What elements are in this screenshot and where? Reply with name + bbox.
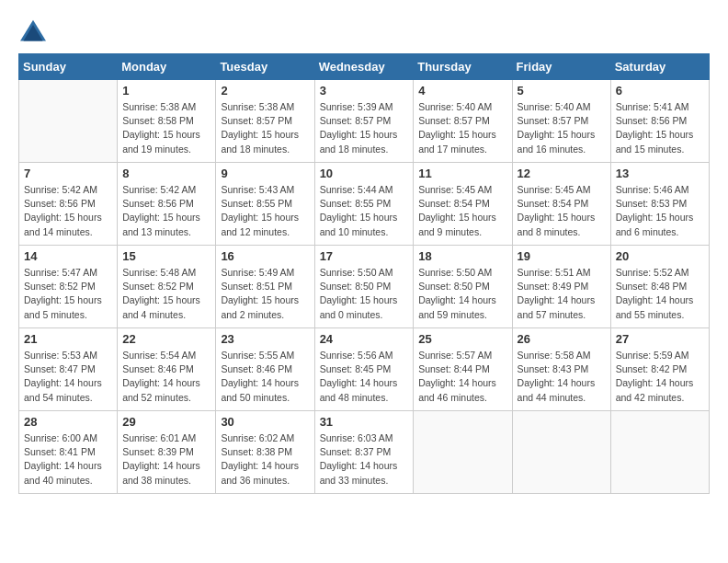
day-number: 17 <box>320 249 409 263</box>
calendar-cell: 9Sunrise: 5:43 AM Sunset: 8:55 PM Daylig… <box>216 163 314 246</box>
calendar-week-row: 21Sunrise: 5:53 AM Sunset: 8:47 PM Dayli… <box>19 328 710 411</box>
day-number: 21 <box>24 332 112 346</box>
calendar-cell: 13Sunrise: 5:46 AM Sunset: 8:53 PM Dayli… <box>610 163 709 246</box>
day-number: 23 <box>221 332 309 346</box>
day-info: Sunrise: 5:45 AM Sunset: 8:54 PM Dayligh… <box>418 183 506 239</box>
header-day-monday: Monday <box>118 54 216 80</box>
calendar-cell: 16Sunrise: 5:49 AM Sunset: 8:51 PM Dayli… <box>216 246 314 328</box>
calendar-cell: 10Sunrise: 5:44 AM Sunset: 8:55 PM Dayli… <box>314 163 414 246</box>
day-info: Sunrise: 5:55 AM Sunset: 8:46 PM Dayligh… <box>221 349 309 405</box>
day-info: Sunrise: 5:47 AM Sunset: 8:52 PM Dayligh… <box>24 266 112 322</box>
calendar-cell: 20Sunrise: 5:52 AM Sunset: 8:48 PM Dayli… <box>610 246 709 328</box>
day-info: Sunrise: 5:40 AM Sunset: 8:57 PM Dayligh… <box>518 100 606 156</box>
day-number: 18 <box>418 249 506 263</box>
day-info: Sunrise: 5:42 AM Sunset: 8:56 PM Dayligh… <box>122 183 210 239</box>
day-info: Sunrise: 5:46 AM Sunset: 8:53 PM Dayligh… <box>616 183 704 239</box>
day-number: 31 <box>320 415 409 429</box>
calendar-cell: 3Sunrise: 5:39 AM Sunset: 8:57 PM Daylig… <box>314 80 414 163</box>
header-day-sunday: Sunday <box>19 54 118 80</box>
day-number: 19 <box>518 249 606 263</box>
day-number: 24 <box>320 332 409 346</box>
day-info: Sunrise: 5:40 AM Sunset: 8:57 PM Dayligh… <box>418 100 506 156</box>
page-header <box>18 18 710 44</box>
day-number: 2 <box>221 84 309 98</box>
day-info: Sunrise: 5:53 AM Sunset: 8:47 PM Dayligh… <box>24 349 112 405</box>
day-number: 29 <box>122 415 210 429</box>
calendar-cell: 1Sunrise: 5:38 AM Sunset: 8:58 PM Daylig… <box>118 80 216 163</box>
day-number: 10 <box>320 167 409 180</box>
header-day-saturday: Saturday <box>610 54 709 80</box>
day-info: Sunrise: 5:41 AM Sunset: 8:56 PM Dayligh… <box>616 100 704 156</box>
logo-icon <box>18 18 48 44</box>
day-info: Sunrise: 5:50 AM Sunset: 8:50 PM Dayligh… <box>418 266 506 322</box>
calendar-cell: 21Sunrise: 5:53 AM Sunset: 8:47 PM Dayli… <box>19 328 118 411</box>
day-number: 1 <box>122 84 210 98</box>
calendar-cell <box>610 411 709 494</box>
day-number: 28 <box>24 415 112 429</box>
day-info: Sunrise: 5:56 AM Sunset: 8:45 PM Dayligh… <box>320 349 409 405</box>
calendar-cell: 30Sunrise: 6:02 AM Sunset: 8:38 PM Dayli… <box>216 411 314 494</box>
day-number: 20 <box>616 249 704 263</box>
calendar-cell <box>414 411 512 494</box>
day-info: Sunrise: 5:48 AM Sunset: 8:52 PM Dayligh… <box>122 266 210 322</box>
logo <box>18 18 53 44</box>
calendar-cell: 27Sunrise: 5:59 AM Sunset: 8:42 PM Dayli… <box>610 328 709 411</box>
day-info: Sunrise: 5:54 AM Sunset: 8:46 PM Dayligh… <box>122 349 210 405</box>
day-number: 15 <box>122 249 210 263</box>
day-info: Sunrise: 5:58 AM Sunset: 8:43 PM Dayligh… <box>518 349 606 405</box>
header-day-thursday: Thursday <box>414 54 512 80</box>
day-info: Sunrise: 5:39 AM Sunset: 8:57 PM Dayligh… <box>320 100 409 156</box>
day-info: Sunrise: 5:38 AM Sunset: 8:58 PM Dayligh… <box>122 100 210 156</box>
calendar-cell: 23Sunrise: 5:55 AM Sunset: 8:46 PM Dayli… <box>216 328 314 411</box>
day-info: Sunrise: 5:51 AM Sunset: 8:49 PM Dayligh… <box>518 266 606 322</box>
day-number: 22 <box>122 332 210 346</box>
day-number: 13 <box>616 167 704 180</box>
calendar-week-row: 14Sunrise: 5:47 AM Sunset: 8:52 PM Dayli… <box>19 246 710 328</box>
calendar-cell: 7Sunrise: 5:42 AM Sunset: 8:56 PM Daylig… <box>19 163 118 246</box>
calendar-cell: 29Sunrise: 6:01 AM Sunset: 8:39 PM Dayli… <box>118 411 216 494</box>
day-number: 4 <box>418 84 506 98</box>
calendar-cell <box>19 80 118 163</box>
calendar-cell: 25Sunrise: 5:57 AM Sunset: 8:44 PM Dayli… <box>414 328 512 411</box>
calendar-cell: 22Sunrise: 5:54 AM Sunset: 8:46 PM Dayli… <box>118 328 216 411</box>
day-number: 9 <box>221 167 309 180</box>
calendar-cell: 24Sunrise: 5:56 AM Sunset: 8:45 PM Dayli… <box>314 328 414 411</box>
calendar-cell: 28Sunrise: 6:00 AM Sunset: 8:41 PM Dayli… <box>19 411 118 494</box>
day-number: 27 <box>616 332 704 346</box>
day-info: Sunrise: 5:52 AM Sunset: 8:48 PM Dayligh… <box>616 266 704 322</box>
day-info: Sunrise: 6:00 AM Sunset: 8:41 PM Dayligh… <box>24 431 112 488</box>
calendar-cell: 5Sunrise: 5:40 AM Sunset: 8:57 PM Daylig… <box>512 80 610 163</box>
calendar-cell: 15Sunrise: 5:48 AM Sunset: 8:52 PM Dayli… <box>118 246 216 328</box>
calendar-cell: 11Sunrise: 5:45 AM Sunset: 8:54 PM Dayli… <box>414 163 512 246</box>
calendar-cell: 26Sunrise: 5:58 AM Sunset: 8:43 PM Dayli… <box>512 328 610 411</box>
day-info: Sunrise: 5:43 AM Sunset: 8:55 PM Dayligh… <box>221 183 309 239</box>
day-number: 26 <box>518 332 606 346</box>
day-number: 14 <box>24 249 112 263</box>
day-info: Sunrise: 5:59 AM Sunset: 8:42 PM Dayligh… <box>616 349 704 405</box>
day-info: Sunrise: 6:01 AM Sunset: 8:39 PM Dayligh… <box>122 431 210 488</box>
day-info: Sunrise: 5:50 AM Sunset: 8:50 PM Dayligh… <box>320 266 409 322</box>
day-number: 3 <box>320 84 409 98</box>
calendar-cell: 18Sunrise: 5:50 AM Sunset: 8:50 PM Dayli… <box>414 246 512 328</box>
calendar-week-row: 28Sunrise: 6:00 AM Sunset: 8:41 PM Dayli… <box>19 411 710 494</box>
calendar-cell: 17Sunrise: 5:50 AM Sunset: 8:50 PM Dayli… <box>314 246 414 328</box>
calendar-cell: 31Sunrise: 6:03 AM Sunset: 8:37 PM Dayli… <box>314 411 414 494</box>
day-number: 7 <box>24 167 112 180</box>
calendar-cell: 6Sunrise: 5:41 AM Sunset: 8:56 PM Daylig… <box>610 80 709 163</box>
calendar-header-row: SundayMondayTuesdayWednesdayThursdayFrid… <box>19 54 710 80</box>
header-day-wednesday: Wednesday <box>314 54 414 80</box>
day-info: Sunrise: 5:42 AM Sunset: 8:56 PM Dayligh… <box>24 183 112 239</box>
day-number: 30 <box>221 415 309 429</box>
day-number: 11 <box>418 167 506 180</box>
calendar-cell: 14Sunrise: 5:47 AM Sunset: 8:52 PM Dayli… <box>19 246 118 328</box>
day-number: 5 <box>518 84 606 98</box>
day-number: 8 <box>122 167 210 180</box>
day-info: Sunrise: 5:45 AM Sunset: 8:54 PM Dayligh… <box>518 183 606 239</box>
calendar-cell: 2Sunrise: 5:38 AM Sunset: 8:57 PM Daylig… <box>216 80 314 163</box>
calendar-table: SundayMondayTuesdayWednesdayThursdayFrid… <box>18 53 710 494</box>
calendar-cell: 12Sunrise: 5:45 AM Sunset: 8:54 PM Dayli… <box>512 163 610 246</box>
day-number: 12 <box>518 167 606 180</box>
day-info: Sunrise: 6:02 AM Sunset: 8:38 PM Dayligh… <box>221 431 309 488</box>
calendar-cell: 8Sunrise: 5:42 AM Sunset: 8:56 PM Daylig… <box>118 163 216 246</box>
day-info: Sunrise: 5:38 AM Sunset: 8:57 PM Dayligh… <box>221 100 309 156</box>
